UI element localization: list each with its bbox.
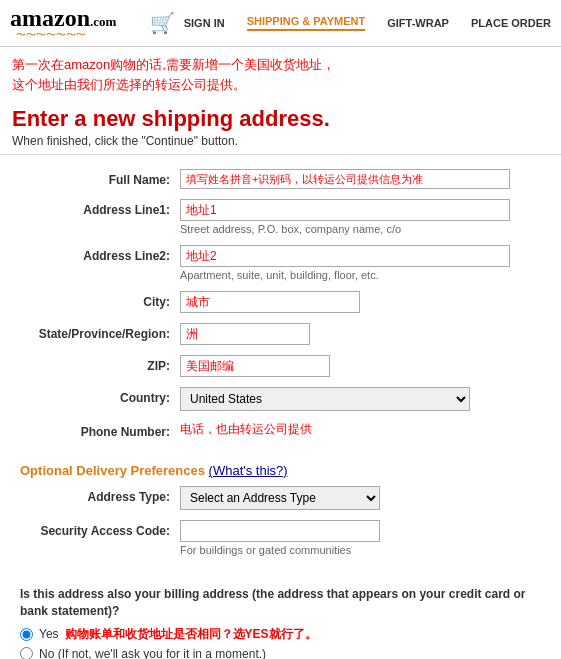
billing-yes-radio[interactable] [20, 628, 33, 641]
address1-label: Address Line1: [20, 199, 180, 217]
security-input[interactable] [180, 520, 380, 542]
full-name-input[interactable] [180, 169, 510, 189]
state-input-area [180, 323, 541, 345]
state-label: State/Province/Region: [20, 323, 180, 341]
billing-no-label: No (If not, we'll ask you for it in a mo… [39, 647, 266, 659]
state-input[interactable] [180, 323, 310, 345]
address1-row: Address Line1: Street address, P.O. box,… [20, 199, 541, 235]
address2-label: Address Line2: [20, 245, 180, 263]
address2-input[interactable] [180, 245, 510, 267]
full-name-label: Full Name: [20, 169, 180, 187]
country-label: Country: [20, 387, 180, 405]
full-name-row: Full Name: [20, 169, 541, 189]
billing-section: Is this address also your billing addres… [20, 586, 541, 659]
whats-this-link[interactable]: (What's this?) [209, 463, 288, 478]
page-title-section: Enter a new shipping address. When finis… [0, 102, 561, 150]
security-input-area: For buildings or gated communities [180, 520, 541, 556]
header: amazon.com 〜〜〜〜〜〜〜 🛒 SIGN IN SHIPPING & … [0, 0, 561, 47]
address1-hint: Street address, P.O. box, company name, … [180, 223, 541, 235]
nav-gift-wrap[interactable]: GIFT-WRAP [387, 17, 449, 29]
address-type-label: Address Type: [20, 486, 180, 504]
nav-sign-in[interactable]: SIGN IN [184, 17, 225, 29]
cart-icon[interactable]: 🛒 [150, 12, 175, 34]
page-subtitle: When finished, click the "Continue" butt… [12, 134, 549, 148]
billing-yes-sublabel: 购物账单和收货地址是否相同？选YES就行了。 [65, 626, 317, 643]
country-row: Country: United States [20, 387, 541, 411]
billing-yes-label: Yes [39, 627, 59, 641]
intro-notice: 第一次在amazon购物的话,需要新增一个美国收货地址， 这个地址由我们所选择的… [0, 47, 561, 102]
city-input[interactable] [180, 291, 360, 313]
optional-label: Optional Delivery Preferences [20, 463, 205, 478]
address1-input-area: Street address, P.O. box, company name, … [180, 199, 541, 235]
phone-text: 电话，也由转运公司提供 [180, 418, 312, 436]
state-row: State/Province/Region: [20, 323, 541, 345]
amazon-logo: amazon.com [10, 6, 116, 30]
optional-form: Address Type: Select an Address Type Res… [0, 482, 561, 576]
city-label: City: [20, 291, 180, 309]
phone-row: Phone Number: 电话，也由转运公司提供 [20, 421, 541, 439]
address2-input-area: Apartment, suite, unit, building, floor,… [180, 245, 541, 281]
security-label: Security Access Code: [20, 520, 180, 538]
cart-area: 🛒 [150, 11, 175, 35]
address2-row: Address Line2: Apartment, suite, unit, b… [20, 245, 541, 281]
logo-container: amazon.com 〜〜〜〜〜〜〜 [10, 6, 116, 40]
top-nav: SIGN IN SHIPPING & PAYMENT GIFT-WRAP PLA… [184, 15, 551, 31]
shipping-form: Full Name: Address Line1: Street address… [0, 159, 561, 459]
phone-input-area: 电话，也由转运公司提供 [180, 421, 541, 438]
intro-line2: 这个地址由我们所选择的转运公司提供。 [12, 75, 549, 95]
amazon-smile-icon: 〜〜〜〜〜〜〜 [16, 30, 116, 40]
address-type-row: Address Type: Select an Address Type Res… [20, 486, 541, 510]
billing-no-row: No (If not, we'll ask you for it in a mo… [20, 647, 541, 659]
zip-row: ZIP: [20, 355, 541, 377]
address-type-input-area: Select an Address Type Residential Busin… [180, 486, 541, 510]
city-input-area [180, 291, 541, 313]
security-row: Security Access Code: For buildings or g… [20, 520, 541, 556]
zip-input-area [180, 355, 541, 377]
address1-input[interactable] [180, 199, 510, 221]
billing-no-radio[interactable] [20, 647, 33, 659]
full-name-input-area [180, 169, 541, 189]
country-select[interactable]: United States [180, 387, 470, 411]
intro-line1: 第一次在amazon购物的话,需要新增一个美国收货地址， [12, 55, 549, 75]
country-input-area: United States [180, 387, 541, 411]
page-title: Enter a new shipping address. [12, 106, 549, 132]
billing-question: Is this address also your billing addres… [20, 586, 541, 620]
optional-section-header: Optional Delivery Preferences (What's th… [0, 459, 561, 482]
phone-label: Phone Number: [20, 421, 180, 439]
logo-dotcom: .com [90, 14, 116, 29]
address2-hint: Apartment, suite, unit, building, floor,… [180, 269, 541, 281]
address-type-select[interactable]: Select an Address Type Residential Busin… [180, 486, 380, 510]
zip-label: ZIP: [20, 355, 180, 373]
billing-yes-row: Yes 购物账单和收货地址是否相同？选YES就行了。 [20, 626, 541, 643]
security-hint: For buildings or gated communities [180, 544, 541, 556]
nav-place-order[interactable]: PLACE ORDER [471, 17, 551, 29]
nav-shipping-payment[interactable]: SHIPPING & PAYMENT [247, 15, 366, 31]
city-row: City: [20, 291, 541, 313]
zip-input[interactable] [180, 355, 330, 377]
